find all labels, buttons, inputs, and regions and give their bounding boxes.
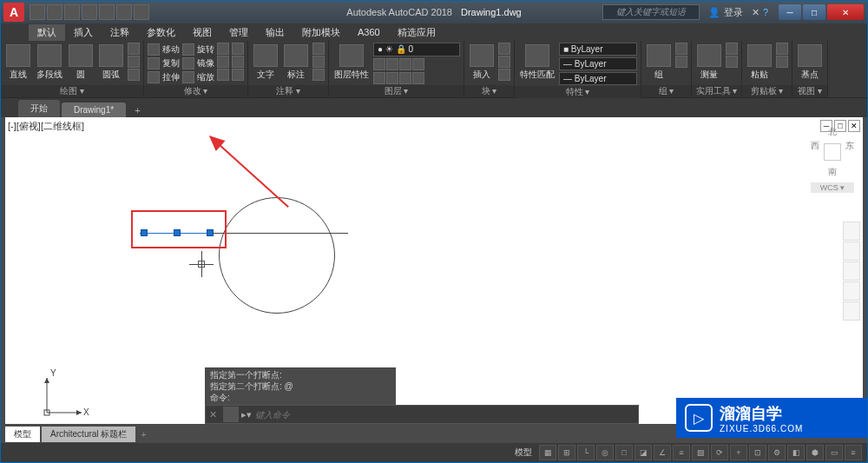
array-icon[interactable] (217, 69, 229, 81)
maximize-button[interactable]: □ (803, 4, 825, 20)
status-ortho-icon[interactable]: └ (577, 445, 595, 460)
select-icon[interactable] (726, 43, 738, 55)
layer-iso-icon[interactable] (373, 72, 385, 84)
copy-button[interactable]: 复制 (148, 56, 180, 69)
circle-entity[interactable] (219, 197, 335, 314)
add-layout-button[interactable]: + (137, 429, 149, 440)
qat-saveas-icon[interactable] (82, 4, 97, 20)
mirror-button[interactable]: 镜像 (182, 56, 214, 69)
status-hardware-icon[interactable]: ⬢ (806, 445, 824, 460)
qat-open-icon[interactable] (47, 4, 62, 20)
status-snap-icon[interactable]: ⊞ (558, 445, 575, 460)
exchange-icon[interactable]: ✕ (752, 7, 760, 18)
rect-icon[interactable] (128, 43, 140, 55)
panel-view-label[interactable]: 视图 ▾ (792, 85, 827, 97)
status-model[interactable]: 模型 (510, 446, 537, 459)
status-custom-icon[interactable]: ≡ (845, 445, 862, 460)
linetype-dropdown[interactable]: — ByLayer (559, 72, 637, 85)
layer-dropdown[interactable]: ● ☀ 🔒 0 (373, 43, 460, 56)
status-otrack-icon[interactable]: ∠ (654, 445, 671, 460)
explode-icon[interactable] (232, 56, 244, 68)
cmd-close-icon[interactable]: ✕ (206, 409, 220, 420)
model-tab[interactable]: 模型 (5, 427, 40, 442)
paste-button[interactable]: 粘贴 (746, 43, 773, 83)
help-search-input[interactable]: 键入关键字或短语 (602, 4, 700, 20)
layer-props-button[interactable]: 图层特性 (332, 43, 371, 83)
measure-button[interactable]: 测量 (695, 43, 723, 83)
close-button[interactable]: ✕ (827, 4, 864, 20)
command-input[interactable] (252, 410, 638, 420)
compass-north[interactable]: 北 (811, 126, 854, 138)
panel-group-label[interactable]: 组 ▾ (641, 85, 691, 97)
panel-annot-label[interactable]: 注释 ▾ (248, 85, 328, 97)
panel-block-label[interactable]: 块 ▾ (464, 85, 514, 97)
status-isolate-icon[interactable]: ◧ (787, 445, 805, 460)
help-icon[interactable]: ? (763, 7, 768, 17)
tab-drawing1[interactable]: Drawing1* (62, 103, 126, 117)
nav-wheel-icon[interactable] (843, 222, 860, 241)
compass-west[interactable]: 西 (811, 140, 819, 164)
tab-default[interactable]: 默认 (29, 24, 65, 41)
status-clean-icon[interactable]: ▭ (825, 445, 843, 460)
tab-start[interactable]: 开始 (18, 100, 60, 117)
cmd-prompt-icon[interactable] (223, 407, 239, 422)
viewcube[interactable]: 北 西东 南 WCS ▾ (811, 126, 854, 193)
ungroup-icon[interactable] (675, 43, 687, 55)
qat-undo-icon[interactable] (116, 4, 132, 20)
text-button[interactable]: 文字 (252, 43, 279, 83)
compass-east[interactable]: 东 (845, 140, 854, 164)
minimize-button[interactable]: ─ (779, 4, 801, 20)
status-annomonitor-icon[interactable]: + (730, 445, 747, 460)
cloud-icon[interactable] (312, 69, 325, 81)
move-button[interactable]: 移动 (148, 43, 180, 56)
fillet-icon[interactable] (217, 56, 229, 68)
status-workspace-icon[interactable]: ⚙ (768, 445, 786, 460)
tab-manage[interactable]: 管理 (220, 24, 257, 41)
panel-layer-label[interactable]: 图层 ▾ (329, 85, 464, 97)
nav-pan-icon[interactable] (843, 241, 860, 261)
qat-new-icon[interactable] (30, 4, 45, 20)
qat-plot-icon[interactable] (99, 4, 115, 20)
tab-a360[interactable]: A360 (349, 25, 389, 39)
qat-save-icon[interactable] (64, 4, 80, 20)
scale-button[interactable]: 缩放 (182, 70, 214, 83)
new-tab-button[interactable]: + (128, 103, 147, 117)
copy-clip-icon[interactable] (776, 56, 788, 68)
calc-icon[interactable] (726, 56, 738, 68)
viewcube-face[interactable] (824, 143, 841, 161)
circle-button[interactable]: 圆 (67, 43, 95, 83)
status-transparency-icon[interactable]: ▨ (692, 445, 709, 460)
status-polar-icon[interactable]: ◎ (596, 445, 614, 460)
ellipse-icon[interactable] (128, 69, 140, 81)
cut-icon[interactable] (776, 43, 788, 55)
layer-match-icon[interactable] (412, 58, 424, 70)
offset-icon[interactable] (232, 69, 244, 81)
group-button[interactable]: 组 (645, 43, 673, 83)
trim-icon[interactable] (217, 43, 229, 55)
leader-icon[interactable] (312, 43, 325, 55)
hatch-icon[interactable] (128, 56, 140, 68)
compass-south[interactable]: 南 (811, 166, 854, 178)
status-grid-icon[interactable]: ▦ (539, 445, 556, 460)
color-dropdown[interactable]: ■ ByLayer (559, 43, 637, 56)
app-menu-icon[interactable]: A (3, 3, 24, 22)
nav-orbit-icon[interactable] (843, 281, 860, 301)
status-lwt-icon[interactable]: ≡ (673, 445, 690, 460)
layer-freeze-icon[interactable] (386, 58, 398, 70)
create-block-icon[interactable] (498, 43, 510, 55)
attr-icon[interactable] (498, 69, 510, 81)
nav-showmotion-icon[interactable] (843, 301, 860, 321)
table-icon[interactable] (312, 56, 325, 68)
layer-prev-icon[interactable] (399, 72, 411, 84)
tab-parametric[interactable]: 参数化 (138, 24, 184, 41)
tab-featured[interactable]: 精选应用 (389, 24, 444, 41)
layer-state-icon[interactable] (412, 72, 424, 84)
tab-view[interactable]: 视图 (184, 24, 220, 41)
layout-tab[interactable]: Architectural 标题栏 (42, 427, 135, 442)
group-edit-icon[interactable] (675, 56, 687, 68)
layer-off-icon[interactable] (373, 58, 385, 70)
layer-uniso-icon[interactable] (386, 72, 398, 84)
dimension-button[interactable]: 标注 (282, 43, 310, 83)
panel-modify-label[interactable]: 修改 ▾ (144, 85, 247, 97)
lineweight-dropdown[interactable]: — ByLayer (559, 57, 637, 70)
